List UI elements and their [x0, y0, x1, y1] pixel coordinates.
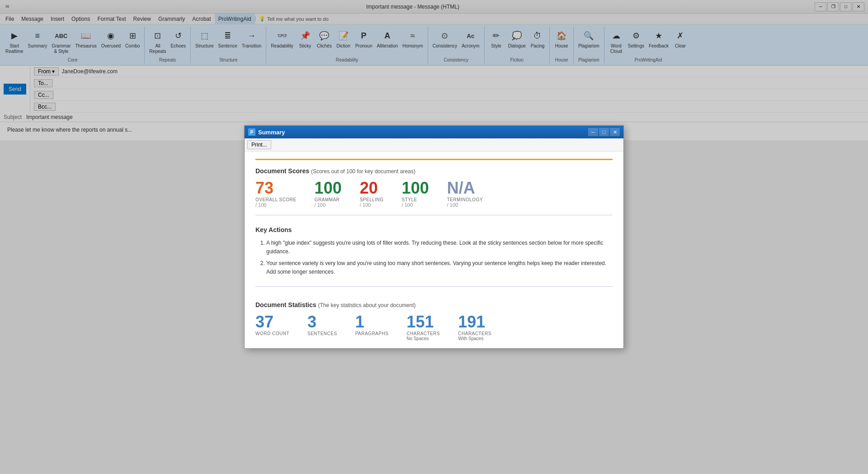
summary-modal: P Summary ─ □ ✕ Print... Document Scores… — [244, 125, 624, 140]
modal-title-bar: P Summary ─ □ ✕ — [245, 126, 623, 138]
modal-minimize-button[interactable]: ─ — [588, 128, 598, 136]
modal-controls: ─ □ ✕ — [588, 128, 620, 136]
modal-title-icon: P — [248, 128, 255, 136]
modal-restore-button[interactable]: □ — [599, 128, 609, 136]
modal-title-text: P Summary — [248, 128, 285, 136]
modal-toolbar: Print... — [245, 138, 623, 140]
modal-close-button[interactable]: ✕ — [610, 128, 620, 136]
modal-overlay: P Summary ─ □ ✕ Print... Document Scores… — [0, 0, 868, 140]
modal-title-label: Summary — [258, 129, 285, 136]
